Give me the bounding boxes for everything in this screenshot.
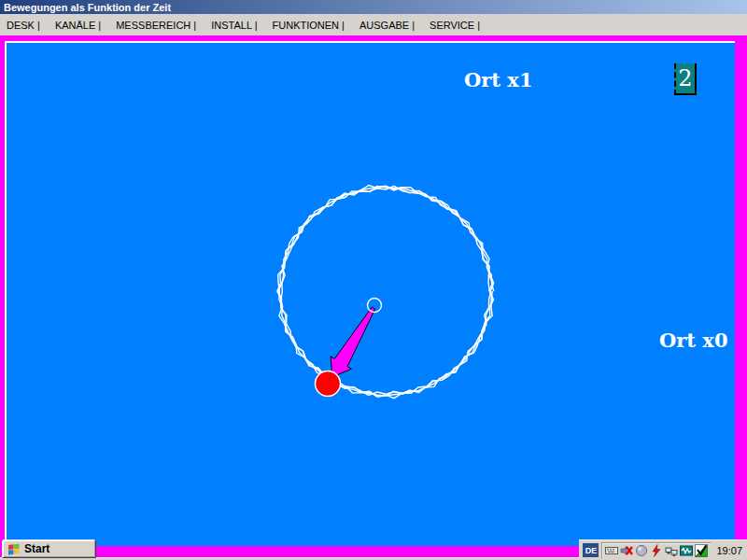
app-frame	[0, 35, 747, 557]
start-button[interactable]: Start	[2, 539, 96, 558]
menu-item-messbereich[interactable]: MESSBEREICH |	[116, 20, 196, 31]
menu-item-kanaele[interactable]: KANÄLE |	[55, 20, 101, 31]
update-ball-icon[interactable]	[635, 544, 648, 557]
menu-item-funktionen[interactable]: FUNKTIONEN |	[273, 20, 345, 31]
network-icon[interactable]	[665, 544, 678, 557]
menu-item-ausgabe[interactable]: AUSGABE |	[359, 20, 415, 31]
tray-icon-well	[601, 542, 711, 559]
plot-canvas	[5, 41, 735, 546]
language-indicator[interactable]: DE	[583, 543, 599, 557]
system-tray: DE	[579, 539, 747, 560]
window-title: Bewegungen als Funktion der Zeit	[4, 2, 171, 13]
antivirus-icon[interactable]	[695, 544, 708, 557]
label-ort-x1: Ort x1	[464, 68, 533, 91]
channel-number-badge: 2	[674, 63, 697, 95]
menu-item-install[interactable]: INSTALL |	[211, 20, 257, 31]
start-button-label: Start	[24, 542, 49, 555]
label-ort-x0: Ort x0	[659, 329, 728, 352]
menu-item-desk[interactable]: DESK |	[7, 20, 40, 31]
lightning-icon[interactable]	[650, 544, 663, 557]
keyboard-icon[interactable]	[605, 544, 618, 557]
windows-flag-icon	[7, 542, 21, 555]
volume-muted-icon[interactable]	[620, 544, 633, 557]
titlebar: Bewegungen als Funktion der Zeit	[0, 0, 747, 14]
tray-clock[interactable]: 19:07	[716, 545, 742, 556]
audio-recorder-icon[interactable]	[680, 544, 693, 557]
menu-item-service[interactable]: SERVICE |	[430, 20, 480, 31]
screen: Bewegungen als Funktion der Zeit DESK | …	[0, 0, 747, 560]
menubar: DESK | KANÄLE | MESSBEREICH | INSTALL | …	[0, 14, 747, 35]
